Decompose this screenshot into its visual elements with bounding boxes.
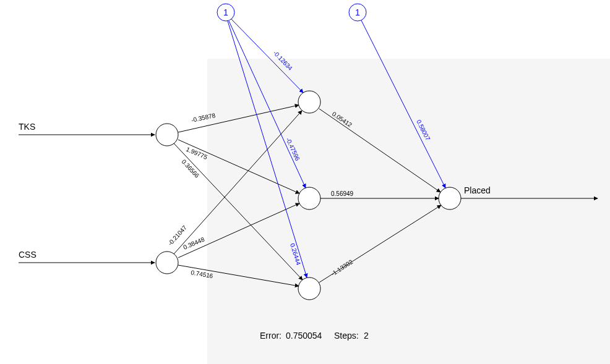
input-node-css [156,252,178,274]
output-node [439,187,461,210]
input-label-tks: TKS [19,122,35,132]
weight-h2-out: 0.56949 [331,190,354,197]
input-node-tks [156,124,178,146]
footer-error-value: 0.750054 [286,331,322,341]
hidden-node-2 [298,187,320,210]
weight-css-h2: 0.38448 [182,235,205,250]
bias-label-output: 1 [355,7,360,17]
output-label: Placed [464,185,491,195]
footer-steps-value: 2 [364,331,369,341]
background-panel [207,59,610,364]
hidden-node-3 [298,277,320,300]
bias-label-hidden: 1 [223,7,228,17]
footer-steps-label: Steps: [334,331,359,341]
hidden-node-1 [298,91,320,113]
footer-error-label: Error: [260,331,281,341]
input-label-css: CSS [19,250,37,260]
